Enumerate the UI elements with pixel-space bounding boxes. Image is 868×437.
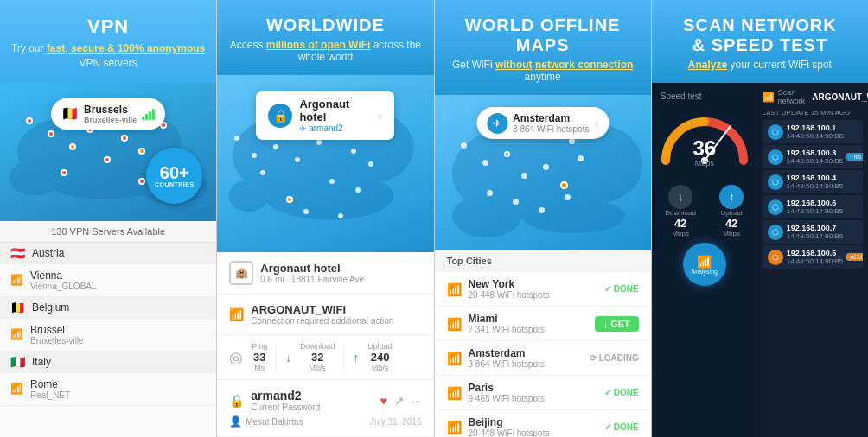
upload-unit: Mb/s <box>372 364 389 372</box>
paris-status: ✓ DONE <box>604 388 639 397</box>
belgium-flag-icon: 🇧🇪 <box>10 301 25 314</box>
amsterdam-bubble[interactable]: ✈ Amsterdam 3 864 WiFi hotspots › <box>476 107 609 139</box>
ip-item-6[interactable]: ⬡ 192.168.100.5 14:48:50:14:90:B5 ASUS <box>763 245 863 269</box>
belgium-flag-icon: 🇧🇪 <box>61 105 79 122</box>
upload-arrow-icon: ↑ <box>719 185 744 209</box>
ip-info-6: 192.168.100.5 14:48:50:14:90:B5 <box>787 249 843 265</box>
country-italy[interactable]: 🇮🇹 Italy <box>0 352 216 373</box>
speed-panel: Speed test 36 Mbps <box>652 83 868 437</box>
ip-info-1: 192.168.100.1 14:48:50:14:90:BB <box>787 124 844 140</box>
wifi-small-icon: 📶 <box>763 92 775 103</box>
server-brussel[interactable]: 📶 Brussel Bruxelles-ville <box>0 319 216 352</box>
server-list: 🇦🇹 Austria 📶 Vienna Vienna_GLOBAL 🇧🇪 Bel… <box>0 243 216 437</box>
network-name: ARGONAUT_WIFI <box>251 303 393 316</box>
ip-item-2[interactable]: ⬡ 192.168.100.3 14:48:50:14:90:B5 This <box>763 145 863 168</box>
rome-sub: Real_NET <box>30 390 70 400</box>
worldwide-title: WORLDWIDE <box>227 16 423 35</box>
speed-value: 36 <box>692 138 716 159</box>
country-austria[interactable]: 🇦🇹 Austria <box>0 243 216 264</box>
router-icon: ⬡ <box>768 124 783 140</box>
lock-icon: 🔒 <box>268 104 292 128</box>
scan-network-name: ARGONAUT_W... <box>812 92 868 102</box>
wifi-popup[interactable]: 🔒 Argonaut hotel ✈ armand2 › <box>256 91 394 140</box>
svg-point-12 <box>521 199 625 233</box>
chevron-right-icon: › <box>379 109 383 123</box>
top-cities-header: Top Cities <box>435 250 651 272</box>
amsterdam-status: ⟳ LOADING <box>590 353 639 363</box>
countries-badge: 60+ COUNTRIES <box>146 148 202 204</box>
rome-name: Rome <box>30 378 70 390</box>
ip-item-4[interactable]: ⬡ 192.168.100.6 14:48:50:14:90:B5 <box>763 195 863 218</box>
download-arrow-icon: ↓ <box>285 351 291 364</box>
country-belgium[interactable]: 🇧🇪 Belgium <box>0 297 216 319</box>
download-value: 42 <box>674 217 686 230</box>
asus-icon: ⬡ <box>768 250 783 265</box>
analyse-label: Analysing <box>692 269 718 275</box>
ip-info-5: 192.168.100.7 14:48:50:14:90:B5 <box>787 224 843 240</box>
more-icon[interactable]: ··· <box>412 394 422 408</box>
city-miami[interactable]: 📶 Miami 7 341 WiFi hotspots ↓ GET <box>435 307 651 341</box>
miami-status[interactable]: ↓ GET <box>595 316 639 332</box>
phone-icon: ⬡ <box>768 174 783 190</box>
speed-test-title: Speed test <box>657 92 702 101</box>
heart-icon[interactable]: ♥ <box>380 394 387 408</box>
upload-unit: Mbps <box>723 230 740 238</box>
laptop-icon: ⬡ <box>768 225 783 240</box>
maps-title: WORLD OFFLINE MAPS <box>445 16 641 55</box>
upload-stat: Upload 240 Mb/s <box>367 342 393 372</box>
scan-header: SCAN NETWORK & SPEED TEST Analyze your c… <box>652 0 868 83</box>
city-beijing[interactable]: 📶 Beijing 20 448 WiFi hotspots ✓ DONE <box>435 410 651 437</box>
maps-panel: WORLD OFFLINE MAPS Get WiFi without netw… <box>435 0 652 437</box>
upload-value: 42 <box>725 217 737 230</box>
password-user: Mesut Bakirtas <box>246 417 303 427</box>
city-amsterdam[interactable]: 📶 Amsterdam 3 864 WiFi hotspots ⟳ LOADIN… <box>435 341 651 376</box>
download-value: 32 <box>311 351 323 364</box>
wifi-detail-card: 🏨 Argonaut hotel 0.6 mi · 18811 Fairvill… <box>217 252 433 294</box>
servers-count: 130 VPN Servers Available <box>0 221 216 243</box>
wifi-icon: 📶 <box>447 352 462 365</box>
upload-stat: ↑ Upload 42 Mbps <box>719 185 744 238</box>
download-arrow-icon: ↓ <box>668 185 692 209</box>
beijing-info: Beijing 20 448 WiFi hotspots <box>469 416 550 437</box>
ping-value: 33 <box>253 351 265 364</box>
tablet-icon: ⬡ <box>768 200 783 215</box>
signal-icon: 📶 <box>10 383 23 395</box>
speedometer-icon: ◎ <box>229 348 243 367</box>
italy-flag-icon: 🇮🇹 <box>10 355 25 369</box>
detail-addr: 0.6 mi · 18811 Fairville Ave <box>260 275 364 284</box>
server-vienna[interactable]: 📶 Vienna Vienna_GLOBAL <box>0 264 216 297</box>
vpn-subtitle: Try our fast, secure & 100% anonymous VP… <box>10 41 206 71</box>
server-rome[interactable]: 📶 Rome Real_NET <box>0 373 216 406</box>
beijing-status: ✓ DONE <box>604 422 639 432</box>
last-update: LAST UPDATE 15 MIN AGO <box>763 109 863 117</box>
maps-subtitle: Get WiFi without network connection anyt… <box>445 59 641 83</box>
belgium-label: Belgium <box>32 301 69 314</box>
password-label: Current Password <box>251 402 320 412</box>
amsterdam-info: Amsterdam 3 864 WiFi hotspots <box>469 347 545 369</box>
download-label: Download <box>665 209 696 217</box>
vpn-map: 🇧🇪 Brussels Bruxelles-ville 60+ COUNTRIE… <box>0 83 216 221</box>
ip-item-1[interactable]: ⬡ 192.168.100.1 14:48:50:14:90:BB <box>763 120 863 143</box>
paris-info: Paris 9 465 WiFi hotspots <box>469 382 545 403</box>
speed-test-section: Speed test 36 Mbps <box>652 83 757 437</box>
amsterdam-city: Amsterdam <box>513 112 589 124</box>
ip-item-3[interactable]: ⬡ 192.168.100.4 14:48:50:14:90:B5 <box>763 170 863 193</box>
svg-point-11 <box>452 194 521 238</box>
svg-point-3 <box>9 161 61 195</box>
city-paris[interactable]: 📶 Paris 9 465 WiFi hotspots ✓ DONE <box>435 376 651 410</box>
brussel-sub: Bruxelles-ville <box>30 336 84 345</box>
worldwide-map: 🔒 Argonaut hotel ✈ armand2 › <box>217 75 433 252</box>
device-icon: ⬡ <box>768 149 783 165</box>
plane-icon: ✈ <box>487 113 507 134</box>
download-unit: Mbps <box>672 230 689 238</box>
worldwide-subtitle: Access millions of open WiFi across the … <box>227 39 423 63</box>
brussel-name: Brussel <box>30 324 84 336</box>
ip-item-5[interactable]: ⬡ 192.168.100.7 14:48:50:14:90:B5 <box>763 220 863 244</box>
wifi-icon: 📶 <box>447 282 462 296</box>
city-new-york[interactable]: 📶 New York 20 448 WiFi hotspots ✓ DONE <box>435 272 651 307</box>
wifi-icon: 📶 <box>229 307 244 321</box>
ip-info-2: 192.168.100.3 14:48:50:14:90:B5 <box>787 149 843 165</box>
asus-badge: ASUS <box>846 253 863 261</box>
share-icon[interactable]: ↗ <box>394 394 405 408</box>
countries-label: COUNTRIES <box>155 181 195 187</box>
